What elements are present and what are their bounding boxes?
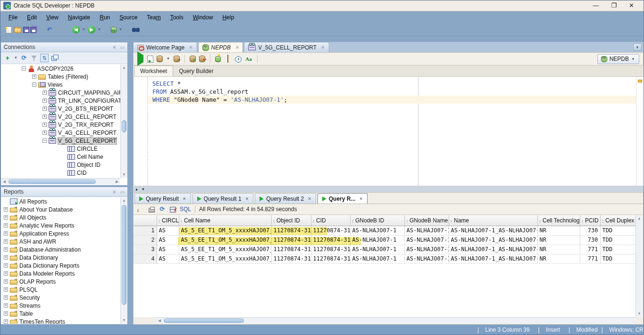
- splitter-down-icon[interactable]: ▼: [142, 188, 145, 191]
- connection-dropdown-icon[interactable]: ▼: [118, 26, 123, 33]
- commit-icon[interactable]: [190, 56, 196, 62]
- editor-code[interactable]: SELECT *FROM ASSAM.v_5G_cell_reportWHERE…: [148, 77, 636, 104]
- table-cell[interactable]: TDD: [600, 235, 636, 245]
- new-window-icon[interactable]: [51, 54, 59, 62]
- sort-icon[interactable]: ↕: [582, 219, 584, 223]
- editor-tab-nepdb[interactable]: NEPDB ✕: [198, 42, 243, 52]
- results-horizontal-scrollbar[interactable]: ◀: [156, 317, 636, 324]
- table-cell[interactable]: NR: [537, 235, 580, 245]
- tree-item-data-dictionary-reports[interactable]: + Data Dictionary Reports: [1, 261, 120, 270]
- expander-icon[interactable]: +: [4, 279, 8, 284]
- column-header[interactable]: ↕Cell Name: [179, 215, 271, 226]
- table-cell[interactable]: TDD: [600, 254, 636, 263]
- table-cell[interactable]: TDD: [600, 226, 636, 235]
- forward-icon[interactable]: ▶: [88, 26, 95, 33]
- menu-item-file[interactable]: File: [4, 13, 22, 22]
- tree-item-v-2g-trx-report[interactable]: + V_2G_TRX_REPORT: [1, 121, 120, 129]
- menu-item-run[interactable]: Run: [95, 13, 114, 22]
- table-row[interactable]: 3ASAS_5_EE_T1_OM_5_xxxxHAJO07_B11270874-…: [134, 245, 636, 254]
- open-file-icon[interactable]: [14, 28, 21, 33]
- connection-selector-dropdown-icon[interactable]: ▼: [631, 57, 636, 61]
- rollback-icon[interactable]: [199, 56, 205, 62]
- add-connection-dropdown-icon[interactable]: ▼: [14, 54, 18, 62]
- sort-icon[interactable]: ↕: [406, 219, 409, 223]
- table-cell[interactable]: AS: [157, 254, 179, 263]
- expander-icon[interactable]: +: [42, 123, 47, 127]
- expander-icon[interactable]: +: [4, 207, 8, 212]
- table-cell[interactable]: AS-NLHAJO07-1_AS-NLHAJO07-1: [449, 235, 537, 245]
- column-header[interactable]: ↕Cell Technology: [537, 215, 580, 226]
- code-line[interactable]: FROM ASSAM.v_5G_cell_report: [148, 88, 636, 96]
- menu-item-edit[interactable]: Edit: [23, 13, 41, 22]
- table-cell[interactable]: AS-NLHAJO07-1: [404, 245, 449, 254]
- tree-item-olap-reports[interactable]: + OLAP Reports: [1, 278, 120, 286]
- table-cell[interactable]: 11270874-312: [271, 254, 311, 263]
- result-tab-1[interactable]: Query Result 1 ✕: [192, 193, 254, 204]
- scroll-thumb[interactable]: [122, 120, 126, 132]
- close-panel-icon[interactable]: ✕: [112, 189, 116, 195]
- tab-query-builder[interactable]: Query Builder: [173, 66, 219, 76]
- expander-icon[interactable]: −: [42, 139, 47, 143]
- tree-item-v-2g-cell-report[interactable]: + V_2G_CELL_REPORT: [1, 113, 120, 121]
- refresh-results-icon[interactable]: ⟳: [159, 205, 166, 213]
- table-cell[interactable]: 11270874-311: [311, 235, 350, 245]
- tab-worksheet[interactable]: Worksheet: [134, 65, 173, 76]
- print-icon[interactable]: [149, 208, 155, 212]
- unshared-worksheet-icon[interactable]: [215, 56, 221, 62]
- table-cell[interactable]: AS_5_EE_T1_OM_5_xxxxHAJO07_A: [179, 235, 271, 245]
- horizontal-splitter[interactable]: ▲ ▼: [133, 186, 644, 192]
- tree-item-application-express[interactable]: + Application Express: [1, 229, 120, 237]
- menu-item-source[interactable]: Source: [115, 13, 142, 22]
- new-file-icon[interactable]: [6, 26, 12, 33]
- save-all-icon[interactable]: [30, 27, 36, 33]
- expander-icon[interactable]: +: [4, 295, 8, 300]
- table-cell[interactable]: 11270874-311: [271, 235, 311, 245]
- table-cell[interactable]: AS-NLHAJO07-1: [350, 245, 404, 254]
- add-connection-icon[interactable]: +: [4, 54, 11, 62]
- table-cell[interactable]: NR: [537, 226, 580, 235]
- expander-icon[interactable]: +: [4, 287, 8, 292]
- minimize-button[interactable]: —: [593, 1, 599, 10]
- expander-icon[interactable]: +: [42, 98, 47, 103]
- autotrace-icon[interactable]: [157, 56, 163, 62]
- code-line[interactable]: WHERE "GNodeB Name" = 'AS-NLHAJO07-1';: [148, 96, 636, 104]
- sort-icon[interactable]: ↕: [181, 219, 183, 223]
- restore-button[interactable]: ❐: [611, 1, 617, 10]
- sort-icon[interactable]: ↕: [352, 219, 354, 223]
- expander-icon[interactable]: +: [42, 114, 47, 119]
- table-cell[interactable]: 11270874-311: [311, 226, 350, 235]
- table-cell[interactable]: AS: [157, 226, 179, 235]
- table-cell[interactable]: TDD: [600, 245, 636, 254]
- expander-icon[interactable]: +: [4, 231, 8, 236]
- expander-icon[interactable]: +: [4, 239, 8, 244]
- tree-item-v-2g-bts-report[interactable]: + V_2G_BTS_REPORT: [1, 105, 120, 113]
- column-header[interactable]: ↕CIRCLE: [157, 215, 179, 226]
- back-icon[interactable]: ◀: [72, 26, 80, 33]
- table-cell[interactable]: AS-NLHAJO07-1: [350, 254, 404, 263]
- table-cell[interactable]: AS_5_EE_T1_OM_5_xxxxHAJO07_A: [179, 226, 271, 235]
- back-dropdown-icon[interactable]: ▼: [82, 26, 86, 33]
- scroll-thumb[interactable]: [122, 205, 126, 305]
- tree-item-circle[interactable]: CIRCLE: [1, 145, 120, 153]
- row-number-cell[interactable]: 3: [134, 245, 157, 254]
- sort-icon[interactable]: ↕: [273, 219, 276, 223]
- table-cell[interactable]: AS_5_EE_T1_OM_5_xxxxHAJO07_B: [179, 254, 271, 263]
- table-row[interactable]: 1ASAS_5_EE_T1_OM_5_xxxxHAJO07_A11270874-…: [134, 226, 636, 235]
- row-number-cell[interactable]: 4: [134, 254, 157, 263]
- sort-icon[interactable]: ↕: [451, 219, 453, 223]
- expander-icon[interactable]: +: [4, 271, 8, 276]
- close-tab-icon[interactable]: ✕: [245, 196, 249, 201]
- undo-icon[interactable]: ↶: [46, 26, 53, 33]
- forward-dropdown-icon[interactable]: ▼: [97, 26, 101, 33]
- tab-overflow-chevron-icon[interactable]: ▼: [633, 43, 642, 51]
- table-cell[interactable]: 11270874-312: [271, 245, 311, 254]
- menu-item-navigate[interactable]: Navigate: [64, 13, 94, 22]
- expander-icon[interactable]: +: [4, 223, 8, 228]
- connections-horizontal-scrollbar[interactable]: ◀▶: [1, 178, 120, 185]
- tree-item-ash-and-awr[interactable]: + ASH and AWR: [1, 237, 120, 245]
- filter-icon[interactable]: [30, 54, 38, 62]
- explain-plan-icon[interactable]: [174, 56, 180, 62]
- sql-history-icon[interactable]: [235, 56, 242, 63]
- close-tab-icon[interactable]: ✕: [189, 45, 192, 50]
- redo-icon[interactable]: ↷: [55, 26, 63, 33]
